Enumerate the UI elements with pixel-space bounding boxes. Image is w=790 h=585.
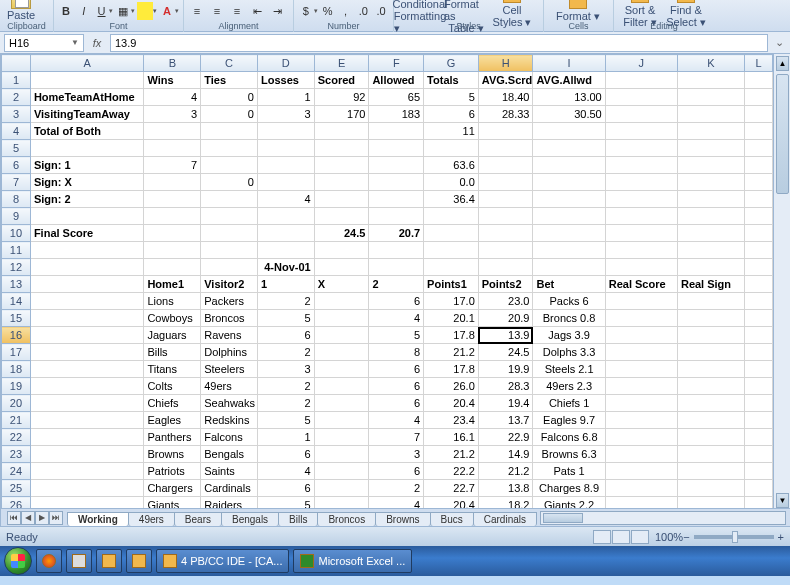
row-header[interactable]: 9: [2, 208, 31, 225]
cell[interactable]: [30, 140, 144, 157]
cell[interactable]: [605, 463, 677, 480]
cell[interactable]: [677, 174, 744, 191]
cell[interactable]: [30, 72, 144, 89]
cell[interactable]: [677, 157, 744, 174]
view-normal-button[interactable]: [593, 530, 611, 544]
cell[interactable]: Eagles 9.7: [533, 412, 605, 429]
cell[interactable]: Bills: [144, 344, 201, 361]
cell[interactable]: Packs 6: [533, 293, 605, 310]
cell[interactable]: [144, 208, 201, 225]
col-header-I[interactable]: I: [533, 55, 605, 72]
cell[interactable]: 4: [144, 89, 201, 106]
cell[interactable]: [369, 174, 424, 191]
sheet-tab[interactable]: Bengals: [221, 512, 279, 526]
align-center-button[interactable]: ≡: [208, 2, 226, 20]
taskbar-pbcc[interactable]: 4 PB/CC IDE - [CA...: [156, 549, 289, 573]
cell[interactable]: Points1: [424, 276, 479, 293]
cell[interactable]: Ties: [201, 72, 258, 89]
cell[interactable]: [424, 208, 479, 225]
cell[interactable]: Steels 2.1: [533, 361, 605, 378]
cell[interactable]: [745, 106, 773, 123]
cell[interactable]: [369, 140, 424, 157]
cell[interactable]: 30.50: [533, 106, 605, 123]
cell[interactable]: 1: [257, 276, 314, 293]
cell[interactable]: [314, 344, 369, 361]
cell[interactable]: [605, 344, 677, 361]
cell[interactable]: 18.40: [478, 89, 533, 106]
cell[interactable]: [533, 259, 605, 276]
cell[interactable]: Total of Both: [30, 123, 144, 140]
cell[interactable]: [605, 242, 677, 259]
cell[interactable]: [533, 191, 605, 208]
cell[interactable]: [30, 327, 144, 344]
cell[interactable]: 2: [369, 276, 424, 293]
inc-decimal-button[interactable]: .0: [355, 2, 371, 20]
cell[interactable]: [257, 174, 314, 191]
cell[interactable]: [677, 344, 744, 361]
cell[interactable]: [605, 72, 677, 89]
cell[interactable]: 6: [369, 463, 424, 480]
cell[interactable]: [745, 378, 773, 395]
row-header[interactable]: 2: [2, 89, 31, 106]
cell[interactable]: 6: [257, 446, 314, 463]
col-header-F[interactable]: F: [369, 55, 424, 72]
cell[interactable]: [605, 429, 677, 446]
view-layout-button[interactable]: [612, 530, 630, 544]
row-header[interactable]: 20: [2, 395, 31, 412]
cell[interactable]: AVG.Scrd: [478, 72, 533, 89]
zoom-track[interactable]: [694, 535, 774, 539]
percent-button[interactable]: %: [320, 2, 336, 20]
cell[interactable]: Jaguars: [144, 327, 201, 344]
cell[interactable]: [30, 259, 144, 276]
cell[interactable]: [605, 412, 677, 429]
cell[interactable]: [745, 344, 773, 361]
cell[interactable]: 5: [424, 89, 479, 106]
col-header-H[interactable]: H: [478, 55, 533, 72]
zoom-level[interactable]: 100%: [655, 531, 683, 543]
cell[interactable]: 2: [257, 378, 314, 395]
cell[interactable]: [677, 429, 744, 446]
row-header[interactable]: 23: [2, 446, 31, 463]
cell[interactable]: [677, 208, 744, 225]
cell[interactable]: 14.9: [478, 446, 533, 463]
cell[interactable]: [314, 191, 369, 208]
cell[interactable]: [144, 225, 201, 242]
cell[interactable]: [745, 429, 773, 446]
cell[interactable]: 2: [257, 344, 314, 361]
cell[interactable]: [201, 242, 258, 259]
cell[interactable]: 13.7: [478, 412, 533, 429]
cell[interactable]: 3: [257, 106, 314, 123]
cell[interactable]: [533, 208, 605, 225]
cell[interactable]: 23.4: [424, 412, 479, 429]
row-header[interactable]: 13: [2, 276, 31, 293]
cell[interactable]: 11: [424, 123, 479, 140]
cell[interactable]: [30, 463, 144, 480]
cell[interactable]: 4-Nov-01: [257, 259, 314, 276]
cell[interactable]: 28.33: [478, 106, 533, 123]
cell[interactable]: [605, 208, 677, 225]
cell[interactable]: 22.7: [424, 480, 479, 497]
cell[interactable]: 49ers: [201, 378, 258, 395]
fx-button[interactable]: fx: [88, 34, 106, 52]
col-header-B[interactable]: B: [144, 55, 201, 72]
row-header[interactable]: 16: [2, 327, 31, 344]
cell[interactable]: Ravens: [201, 327, 258, 344]
cell[interactable]: Cowboys: [144, 310, 201, 327]
cell[interactable]: [369, 208, 424, 225]
sheet-tab[interactable]: Broncos: [317, 512, 376, 526]
grid-table[interactable]: ABCDEFGHIJKL 1WinsTiesLossesScoredAllowe…: [1, 54, 773, 526]
row-header[interactable]: 15: [2, 310, 31, 327]
cell[interactable]: 17.8: [424, 327, 479, 344]
cell[interactable]: [605, 378, 677, 395]
col-header-L[interactable]: L: [745, 55, 773, 72]
cell[interactable]: [605, 89, 677, 106]
cell[interactable]: 28.3: [478, 378, 533, 395]
fill-color-button[interactable]: [137, 2, 153, 20]
cell[interactable]: [30, 344, 144, 361]
formula-bar-expand-button[interactable]: ⌄: [772, 34, 786, 52]
cell[interactable]: 170: [314, 106, 369, 123]
cell[interactable]: 16.1: [424, 429, 479, 446]
formula-input[interactable]: 13.9: [110, 34, 768, 52]
cell[interactable]: [677, 446, 744, 463]
cell[interactable]: 21.2: [478, 463, 533, 480]
